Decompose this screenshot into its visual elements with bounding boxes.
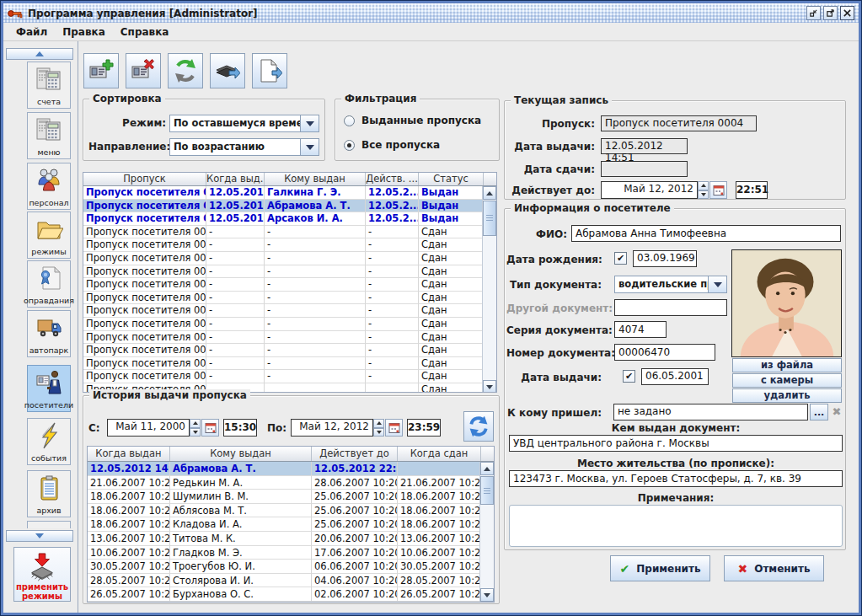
pass-row[interactable]: Пропуск посетителя 000412.05.2012Абрамов… [83,200,496,213]
sort-direction-select[interactable]: По возрастанию [169,138,319,156]
column-header[interactable]: Действ. ... [366,173,419,185]
pass-delete-button[interactable] [126,53,161,88]
column-header[interactable]: Действует до [312,447,398,461]
column-header[interactable]: Когда выд... [206,173,265,185]
other-doc-field[interactable] [614,299,727,316]
visit-to-field[interactable]: не задано [613,404,808,420]
valid-until-date-spinner[interactable]: Май 12, 2012 [601,181,727,199]
calendar-icon[interactable] [709,181,727,199]
history-row[interactable]: 30.05.2007 10:20Троегубов Ю. И.06.06.200… [88,560,494,574]
column-header[interactable]: Когда сдан [398,447,481,461]
apply-modes-button[interactable]: применить режимы [13,547,71,602]
pass-row[interactable]: Пропуск посетителя 0013---Сдан [83,357,496,371]
doc-series-field[interactable] [614,321,667,338]
notes-field[interactable] [509,505,843,547]
history-row[interactable]: 18.06.2007 10:20Аблясова М. Т.25.06.2007… [88,504,494,518]
pass-row[interactable]: Пропуск посетителя 0003---Сдан [83,238,496,252]
history-to-date-spinner[interactable]: Май 12, 2012 [291,419,403,437]
chevron-down-icon[interactable] [300,139,319,155]
minimize-button[interactable] [806,6,821,20]
doc-issuer-field[interactable] [509,435,843,452]
cancel-button[interactable]: ✖ Отменить [724,555,824,581]
sidebar-item-fleet[interactable]: автопарк [27,310,71,357]
history-row[interactable]: 26.05.2007 10:20Бурханова О. С.02.06.200… [88,587,494,602]
chevron-down-icon[interactable] [300,115,319,131]
pass-row[interactable]: Пропуск посетителя 0008---Сдан [83,292,496,305]
close-button[interactable] [840,6,854,20]
history-table-scrollbar[interactable] [479,462,494,602]
spinner-arrows[interactable] [190,419,201,437]
column-header[interactable]: Кому выдан [170,447,312,461]
sidebar-item-events[interactable]: события [27,418,71,465]
birth-date-checkbox[interactable]: ✔ [614,252,627,265]
sidebar-scroll-down-button[interactable] [6,530,73,542]
sidebar-item-visitors[interactable]: посетители [27,365,71,412]
history-row[interactable]: 18.06.2007 10:20Шумилин В. М.25.06.2007 … [88,490,494,504]
calendar-icon[interactable] [385,419,403,437]
photo-from-camera-button[interactable]: с камеры [732,373,842,388]
column-header[interactable]: Пропуск [83,173,206,185]
history-row[interactable]: 12.05.2012 14:51Абрамова А. Т.12.05.2012… [88,462,494,476]
maximize-button[interactable] [823,6,838,20]
menu-edit[interactable]: Правка [55,24,113,40]
sidebar-item-archive[interactable]: архив [27,470,71,517]
doc-issue-field[interactable]: 06.05.2001 [641,368,709,385]
pass-row[interactable]: Пропуск посетителя 001512.05.2012Арсаков… [83,212,496,226]
sidebar-item-justifications[interactable]: оправдания [27,260,71,308]
sidebar-item-accounts[interactable]: счета [27,62,71,109]
chevron-down-icon[interactable] [708,276,726,292]
photo-delete-button[interactable]: удалить [732,388,842,403]
sidebar-scroll-up-button[interactable] [6,48,73,60]
calendar-icon[interactable] [201,419,219,437]
pass-row[interactable]: Пропуск посетителя 0002---Сдан [83,226,496,239]
history-refresh-button[interactable] [463,411,494,442]
scroll-down-button[interactable] [480,588,494,602]
history-row[interactable]: 13.06.2007 10:20Титова М. К.20.06.2007 1… [88,532,494,546]
sidebar-item-clipped[interactable] [27,521,71,528]
pass-row[interactable]: Пропуск посетителя 0011---Сдан [83,331,496,345]
pass-row[interactable]: Пропуск посетителя 0014---Сдан [83,370,496,383]
pass-row[interactable]: Пропуск посетителя 0007---Сдан [83,278,496,292]
sidebar-item-menu[interactable]: меню [27,112,71,159]
history-row[interactable]: 10.06.2007 10:20Гладков М. Э.17.06.2007 … [88,546,494,560]
birth-date-field[interactable]: 03.09.1969 [633,250,697,267]
filter-all-passes-radio[interactable] [344,140,355,151]
pass-row[interactable]: Пропуск посетителя 000112.05.2012Галкина… [83,186,496,200]
pass-row[interactable]: Пропуск посетителя 0006---Сдан [83,265,496,279]
sidebar-item-personnel[interactable]: персонал [27,163,71,210]
address-field[interactable] [509,470,843,487]
spinner-arrows[interactable] [373,419,384,437]
history-to-time[interactable]: 23:59 [407,419,441,437]
doc-type-select[interactable]: водительские пр... [614,276,727,293]
column-header[interactable]: Кому выдан [265,173,366,185]
pass-row[interactable]: Пропуск посетителя 0010---Сдан [83,318,496,331]
pass-row[interactable]: Пропуск посетителя 0005---Сдан [83,252,496,265]
sort-mode-select[interactable]: По оставшемуся времени [169,115,319,132]
column-header[interactable]: Когда выдан [88,447,170,461]
visit-to-clear-button[interactable]: ✖ [830,404,843,420]
export-button[interactable] [210,53,245,88]
menu-file[interactable]: Файл [8,24,55,40]
scroll-up-button[interactable] [483,186,496,200]
titlebar[interactable]: Программа управления [Administrator] [3,3,859,23]
fio-field[interactable] [571,225,841,242]
history-from-date-spinner[interactable]: Май 11, 2000 [107,419,219,437]
doc-number-field[interactable] [614,344,715,361]
apply-button[interactable]: ✔ Применить [610,555,710,581]
history-row[interactable]: 28.05.2007 10:20Столярова И. И.04.06.200… [88,574,494,588]
pass-row[interactable]: Пропуск посетителя 0012---Сдан [83,344,496,357]
photo-from-file-button[interactable]: из файла [732,358,842,372]
passes-table-scrollbar[interactable] [482,186,496,393]
filter-issued-passes-radio[interactable] [344,115,355,126]
scroll-down-button[interactable] [483,380,496,393]
pass-row[interactable]: Пропуск посетителя 0009---Сдан [83,304,496,318]
scrollbar-thumb[interactable] [480,476,494,505]
scrollbar-thumb[interactable] [483,201,496,236]
valid-until-time[interactable]: 22:51 [736,181,768,199]
history-row[interactable]: 18.06.2007 10:20Кладова И. А.25.06.2007 … [88,517,494,532]
doc-issue-checkbox[interactable]: ✔ [623,370,635,383]
menu-help[interactable]: Справка [113,24,177,40]
history-row[interactable]: 21.06.2007 10:20Редькин М. А.28.06.2007 … [88,476,494,490]
spinner-arrows[interactable] [698,181,709,199]
history-from-time[interactable]: 15:30 [223,419,257,437]
